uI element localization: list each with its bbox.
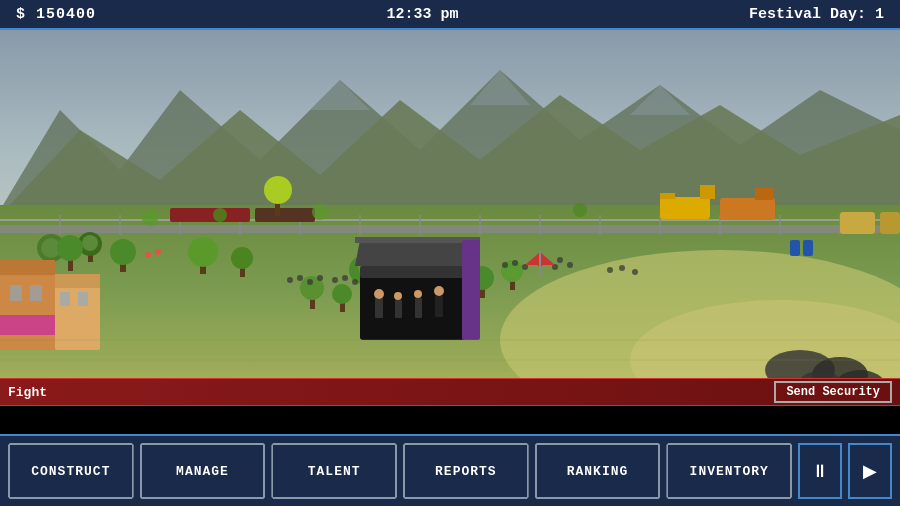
svg-point-94 — [297, 275, 303, 281]
svg-point-108 — [619, 265, 625, 271]
svg-rect-84 — [755, 188, 773, 200]
svg-rect-85 — [790, 240, 800, 256]
svg-rect-68 — [360, 266, 475, 278]
svg-rect-61 — [30, 285, 42, 301]
svg-point-95 — [307, 279, 313, 285]
svg-rect-78 — [435, 295, 443, 317]
svg-point-38 — [231, 247, 253, 269]
bottom-toolbar: CONSTRUCT MANAGE TALENT REPORTS RANKING … — [0, 434, 900, 506]
svg-rect-72 — [375, 298, 383, 318]
svg-rect-80 — [660, 197, 710, 219]
svg-point-34 — [110, 239, 136, 265]
svg-rect-71 — [462, 240, 480, 340]
svg-rect-62 — [0, 315, 55, 335]
svg-point-79 — [434, 286, 444, 296]
svg-point-32 — [82, 235, 98, 251]
money-display: $ 150400 — [16, 6, 96, 23]
inventory-button[interactable]: INVENTORY — [666, 443, 792, 499]
time-display: 12:33 pm — [386, 6, 458, 23]
svg-rect-9 — [0, 225, 900, 233]
svg-point-55 — [332, 284, 352, 304]
send-security-button[interactable]: Send Security — [774, 381, 892, 403]
svg-point-36 — [188, 237, 218, 267]
svg-point-75 — [394, 292, 402, 300]
svg-point-106 — [567, 262, 573, 268]
svg-point-109 — [632, 269, 638, 275]
construct-button[interactable]: CONSTRUCT — [8, 443, 134, 499]
reports-button[interactable]: REPORTS — [403, 443, 529, 499]
svg-point-121 — [155, 249, 161, 255]
svg-point-45 — [264, 176, 292, 204]
svg-rect-25 — [170, 208, 250, 222]
game-viewport — [0, 30, 900, 406]
svg-rect-91 — [840, 212, 875, 234]
svg-rect-64 — [55, 274, 100, 288]
talent-button[interactable]: TALENT — [271, 443, 397, 499]
svg-rect-74 — [395, 300, 402, 318]
svg-point-112 — [142, 210, 158, 226]
svg-point-99 — [352, 279, 358, 285]
svg-rect-60 — [10, 285, 22, 301]
svg-rect-66 — [78, 292, 88, 306]
svg-rect-76 — [415, 298, 422, 318]
game-scene — [0, 30, 900, 406]
svg-point-73 — [374, 289, 384, 299]
svg-rect-92 — [880, 212, 900, 234]
svg-rect-65 — [60, 292, 70, 306]
svg-point-100 — [502, 262, 508, 268]
top-hud: $ 150400 12:33 pm Festival Day: 1 — [0, 0, 900, 30]
svg-rect-58 — [0, 270, 55, 350]
svg-rect-83 — [720, 198, 775, 220]
svg-point-120 — [145, 252, 151, 258]
svg-rect-59 — [0, 260, 55, 275]
svg-point-101 — [512, 260, 518, 266]
svg-point-77 — [414, 290, 422, 298]
svg-point-97 — [332, 277, 338, 283]
svg-rect-81 — [700, 185, 715, 199]
svg-point-115 — [573, 203, 587, 217]
svg-rect-82 — [660, 193, 675, 199]
ranking-button[interactable]: RANKING — [535, 443, 661, 499]
svg-point-105 — [557, 257, 563, 263]
svg-point-117 — [57, 235, 83, 261]
svg-point-98 — [342, 275, 348, 281]
manage-button[interactable]: MANAGE — [140, 443, 266, 499]
alert-bar: Fight Send Security — [0, 378, 900, 406]
svg-point-114 — [312, 204, 328, 220]
svg-rect-70 — [355, 237, 480, 243]
svg-point-113 — [213, 208, 227, 222]
pause-button[interactable]: ⏸ — [798, 443, 842, 499]
svg-point-93 — [287, 277, 293, 283]
svg-point-107 — [607, 267, 613, 273]
svg-marker-69 — [355, 240, 480, 266]
svg-rect-86 — [803, 240, 813, 256]
next-button[interactable]: ▶ — [848, 443, 892, 499]
svg-point-96 — [317, 275, 323, 281]
alert-text: Fight — [8, 385, 774, 400]
festival-day-display: Festival Day: 1 — [749, 6, 884, 23]
svg-rect-26 — [255, 208, 315, 222]
